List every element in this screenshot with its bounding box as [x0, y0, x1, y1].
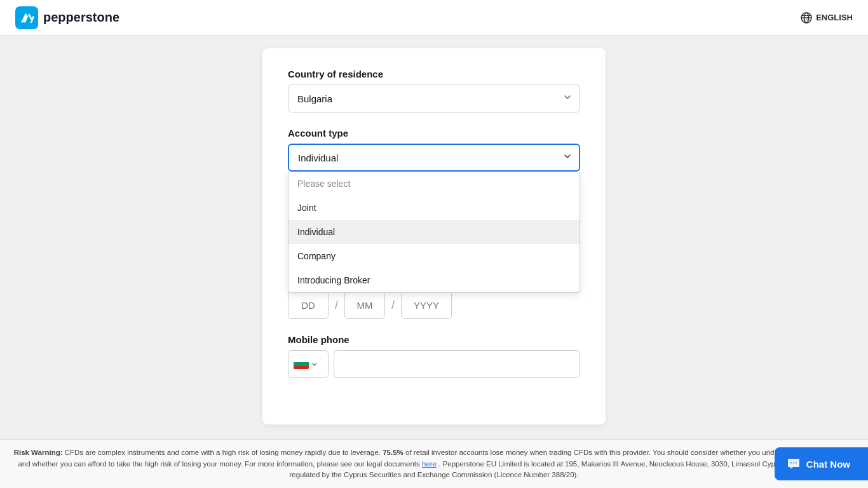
language-label: ENGLISH [816, 13, 853, 22]
country-field-group: Country of residence Bulgaria [288, 69, 580, 112]
header: pepperstone ENGLISH [0, 0, 868, 36]
dropdown-option-company[interactable]: Company [288, 244, 580, 268]
risk-warning-link[interactable]: here [422, 460, 437, 468]
country-label: Country of residence [288, 69, 580, 79]
account-type-field-group: Account type Individual Please select Jo… [288, 128, 580, 172]
svg-point-7 [793, 463, 794, 464]
chat-now-label: Chat Now [806, 459, 850, 470]
account-type-dropdown-menu: Please select Joint Individual Company I… [288, 172, 580, 293]
phone-row [288, 350, 580, 378]
form-card: Country of residence Bulgaria Account ty… [262, 48, 606, 424]
dob-sep-2: / [391, 299, 395, 312]
country-dropdown-wrapper: Bulgaria [288, 85, 580, 112]
flag-dropdown-chevron [311, 361, 318, 367]
chat-now-button[interactable]: Chat Now [775, 447, 868, 480]
chat-icon [787, 458, 800, 470]
account-type-select[interactable]: Individual [288, 144, 580, 172]
bulgaria-flag [294, 359, 309, 369]
phone-input[interactable] [334, 350, 580, 378]
dropdown-option-joint[interactable]: Joint [288, 196, 580, 220]
account-type-value: Individual [298, 152, 338, 163]
mobile-label: Mobile phone [288, 334, 580, 345]
dob-sep-1: / [335, 299, 338, 312]
dob-fields: / / [288, 291, 580, 319]
account-type-label: Account type [288, 128, 580, 139]
language-selector[interactable]: ENGLISH [801, 12, 853, 24]
country-select[interactable]: Bulgaria [288, 85, 580, 112]
account-type-dropdown-wrapper: Individual Please select Joint Individua… [288, 144, 580, 172]
risk-warning-bar: Risk Warning: CFDs are complex instrumen… [0, 439, 868, 488]
dob-month-input[interactable] [344, 291, 385, 319]
dropdown-option-introducing-broker[interactable]: Introducing Broker [288, 268, 580, 292]
dob-day-input[interactable] [288, 291, 329, 319]
risk-warning-prefix: Risk Warning: [14, 449, 65, 456]
mobile-field-group: Mobile phone [288, 334, 580, 378]
svg-point-8 [796, 463, 797, 464]
svg-point-6 [790, 463, 792, 464]
logo-text: pepperstone [43, 10, 119, 25]
logo-icon [15, 6, 38, 29]
globe-icon [801, 12, 812, 24]
dropdown-option-individual[interactable]: Individual [288, 220, 580, 244]
logo: pepperstone [15, 6, 119, 29]
dropdown-option-please-select[interactable]: Please select [288, 172, 580, 196]
flag-dropdown[interactable] [288, 350, 329, 378]
risk-warning-text1: CFDs are complex instruments and come wi… [65, 449, 381, 456]
dob-year-input[interactable] [401, 291, 452, 319]
risk-warning-percentage: 75.5% [383, 449, 403, 456]
page-content: Country of residence Bulgaria Account ty… [0, 36, 868, 488]
